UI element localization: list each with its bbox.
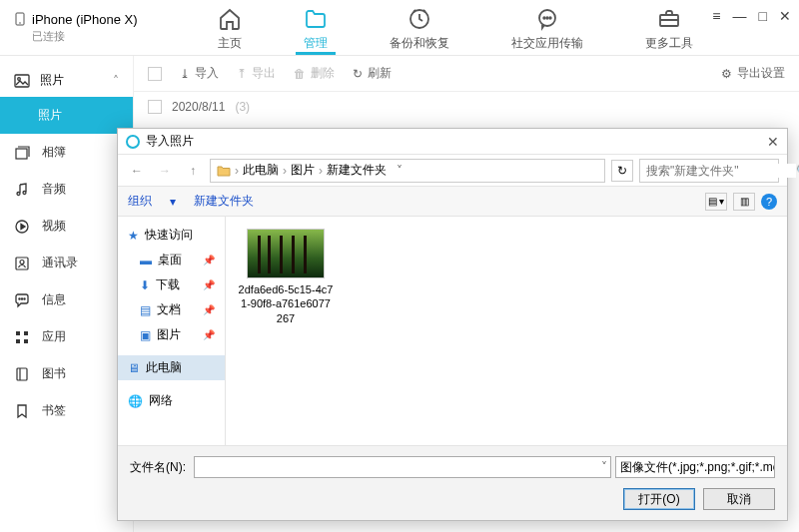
menu-icon[interactable]: ≡	[712, 8, 720, 24]
sidebar-item-messages[interactable]: 信息	[0, 281, 133, 318]
export-button[interactable]: ⤒导出	[237, 65, 276, 82]
sidebar-item-contacts[interactable]: 通讯录	[0, 245, 133, 281]
organize-menu[interactable]: 组织	[128, 193, 152, 210]
sidebar-sub-photos[interactable]: 照片	[0, 97, 133, 134]
sidebar-item-video[interactable]: 视频	[0, 208, 133, 245]
minimize-icon[interactable]: —	[733, 8, 747, 24]
sidebar-item-books[interactable]: 图书	[0, 355, 133, 392]
address-bar[interactable]: › 此电脑 › 图片 › 新建文件夹 ˅	[210, 159, 605, 183]
breadcrumb-item[interactable]: 此电脑	[243, 162, 279, 179]
device-info: iPhone (iPhone X) 已连接	[0, 4, 152, 52]
back-button[interactable]: ←	[126, 160, 148, 182]
svg-rect-21	[16, 339, 20, 343]
file-item[interactable]: 2dfa6ed6-5c15-4c71-90f8-a761e6077267	[238, 229, 334, 325]
date-group[interactable]: 2020/8/11 (3)	[134, 92, 799, 122]
sidebar-item-bookmarks[interactable]: 书签	[0, 392, 133, 429]
delete-button[interactable]: 🗑删除	[294, 65, 335, 82]
breadcrumb-item[interactable]: 图片	[291, 162, 315, 179]
bookmark-icon	[14, 403, 30, 419]
music-icon	[14, 182, 30, 198]
pin-icon: 📌	[203, 329, 215, 340]
network-icon: 🌐	[128, 394, 143, 408]
content-toolbar: ⤓导入 ⤒导出 🗑删除 ↻刷新 ⚙导出设置	[134, 56, 799, 92]
forward-button[interactable]: →	[154, 160, 176, 182]
address-refresh-button[interactable]: ↻	[611, 160, 633, 182]
message-icon	[14, 292, 30, 308]
nav-social[interactable]: 社交应用传输	[503, 0, 591, 55]
book-icon	[14, 366, 30, 382]
nav-tools[interactable]: 更多工具	[637, 0, 701, 55]
nav-manage[interactable]: 管理	[296, 0, 336, 55]
address-dropdown-icon[interactable]: ˅	[391, 164, 408, 178]
search-box[interactable]: 🔍	[639, 159, 779, 183]
filename-input[interactable]	[194, 456, 611, 478]
import-button[interactable]: ⤓导入	[180, 65, 219, 82]
document-icon: ▤	[140, 303, 151, 317]
tree-this-pc[interactable]: 🖥此电脑	[118, 355, 225, 380]
svg-point-4	[543, 17, 545, 19]
refresh-button[interactable]: ↻刷新	[353, 65, 392, 82]
contacts-icon	[14, 256, 30, 271]
open-button[interactable]: 打开(O)	[623, 488, 695, 510]
album-icon	[14, 145, 30, 161]
svg-rect-10	[16, 149, 27, 159]
pin-icon: 📌	[203, 304, 215, 315]
nav-home[interactable]: 主页	[210, 0, 250, 55]
export-icon: ⤒	[237, 67, 247, 81]
download-icon: ⬇	[140, 278, 150, 292]
filename-label: 文件名(N):	[130, 459, 186, 476]
import-dialog: 导入照片 ✕ ← → ↑ › 此电脑 › 图片 › 新建文件夹 ˅ ↻ 🔍 组织…	[117, 128, 788, 521]
breadcrumb-item[interactable]: 新建文件夹	[327, 162, 387, 179]
sidebar-section-photos[interactable]: 照片 ˄	[0, 64, 133, 97]
view-mode-button[interactable]: ▤ ▾	[705, 193, 727, 211]
filetype-filter[interactable]: 图像文件(*.jpg;*.png;*.gif;*.mo˅	[615, 456, 775, 478]
up-button[interactable]: ↑	[182, 160, 204, 182]
help-icon[interactable]: ?	[761, 194, 777, 210]
tree-pictures[interactable]: ▣图片📌	[118, 322, 225, 347]
group-checkbox[interactable]	[148, 100, 162, 114]
svg-point-17	[21, 297, 22, 298]
svg-point-24	[127, 136, 139, 148]
folder-small-icon	[217, 165, 231, 177]
svg-point-11	[17, 192, 20, 195]
folder-icon	[304, 7, 328, 31]
gear-icon: ⚙	[721, 67, 732, 81]
tree-quick-access[interactable]: ★快速访问	[118, 223, 225, 248]
breadcrumb-sep-icon: ›	[235, 164, 239, 178]
svg-rect-22	[24, 339, 28, 343]
maximize-icon[interactable]: □	[759, 8, 767, 24]
dialog-close-icon[interactable]: ✕	[767, 134, 779, 150]
tree-network[interactable]: 🌐网络	[118, 388, 225, 413]
dialog-titlebar: 导入照片 ✕	[118, 129, 787, 155]
folder-tree: ★快速访问 ▬桌面📌 ⬇下载📌 ▤文档📌 ▣图片📌 🖥此电脑 🌐网络	[118, 217, 226, 445]
export-settings-button[interactable]: ⚙导出设置	[721, 65, 785, 82]
sidebar-item-music[interactable]: 音频	[0, 171, 133, 208]
tree-documents[interactable]: ▤文档📌	[118, 297, 225, 322]
select-all-checkbox[interactable]	[148, 67, 162, 81]
tree-downloads[interactable]: ⬇下载📌	[118, 272, 225, 297]
pin-icon: 📌	[203, 255, 215, 266]
trash-icon: 🗑	[294, 67, 306, 81]
dialog-title: 导入照片	[146, 133, 194, 150]
close-icon[interactable]: ✕	[779, 8, 791, 24]
nav-backup[interactable]: 备份和恢复	[382, 0, 457, 55]
home-icon	[218, 7, 242, 31]
file-list[interactable]: 2dfa6ed6-5c15-4c71-90f8-a761e6077267	[226, 217, 787, 445]
phone-icon	[14, 12, 26, 26]
preview-pane-button[interactable]: ▥	[733, 193, 755, 211]
cancel-button[interactable]: 取消	[703, 488, 775, 510]
svg-point-12	[23, 191, 26, 194]
sidebar: 照片 ˄ 照片 相簿 音频 视频 通讯录 信息 应用 图书 书签	[0, 56, 134, 532]
sidebar-item-albums[interactable]: 相簿	[0, 134, 133, 171]
sidebar-item-apps[interactable]: 应用	[0, 318, 133, 355]
search-input[interactable]	[646, 164, 796, 178]
file-name: 2dfa6ed6-5c15-4c71-90f8-a761e6077267	[238, 282, 334, 325]
new-folder-button[interactable]: 新建文件夹	[194, 193, 254, 210]
filename-dropdown-icon[interactable]: ˅	[601, 460, 607, 474]
tree-desktop[interactable]: ▬桌面📌	[118, 248, 225, 272]
backup-icon	[407, 7, 431, 31]
pin-icon: 📌	[203, 279, 215, 290]
svg-rect-23	[17, 368, 27, 380]
svg-point-6	[549, 17, 551, 19]
apps-icon	[14, 329, 30, 345]
